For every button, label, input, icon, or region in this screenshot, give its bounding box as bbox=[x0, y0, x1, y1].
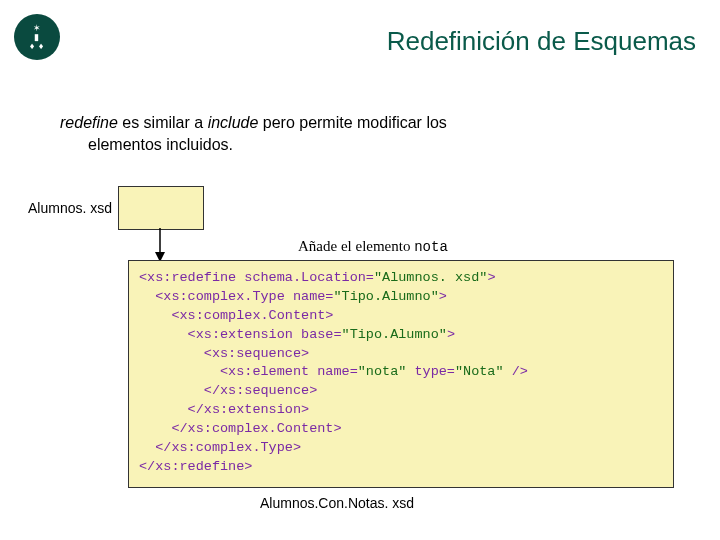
code-l2c: > bbox=[439, 289, 447, 304]
code-l4b: "Tipo.Alumno" bbox=[342, 327, 447, 342]
code-l11: </xs:redefine> bbox=[139, 459, 252, 474]
target-file-label: Alumnos.Con.Notas. xsd bbox=[260, 495, 414, 511]
annotation-text: Añade el elemento nota bbox=[298, 238, 448, 255]
code-l8: </xs:extension> bbox=[139, 402, 309, 417]
logo-glyph: ✶▮♦ ♦ bbox=[30, 24, 45, 51]
annotation-code: nota bbox=[414, 239, 448, 255]
code-l1a: <xs:redefine schema.Location= bbox=[139, 270, 374, 285]
code-l6b: "nota" bbox=[358, 364, 407, 379]
code-l2a: <xs:complex.Type name= bbox=[139, 289, 333, 304]
code-l4a: <xs:extension base= bbox=[139, 327, 342, 342]
code-l3: <xs:complex.Content> bbox=[139, 308, 333, 323]
code-l1b: "Alumnos. xsd" bbox=[374, 270, 487, 285]
intro-text-line2: elementos incluidos. bbox=[88, 134, 660, 156]
code-l2b: "Tipo.Alumno" bbox=[333, 289, 438, 304]
code-l6e: /> bbox=[504, 364, 528, 379]
intro-keyword-redefine: redefine bbox=[60, 114, 118, 131]
code-l6d: "Nota" bbox=[455, 364, 504, 379]
code-l5: <xs:sequence> bbox=[139, 346, 309, 361]
logo-badge: ✶▮♦ ♦ bbox=[14, 14, 60, 60]
code-l10: </xs:complex.Type> bbox=[139, 440, 301, 455]
code-l9: </xs:complex.Content> bbox=[139, 421, 342, 436]
intro-keyword-include: include bbox=[208, 114, 259, 131]
code-block: <xs:redefine schema.Location="Alumnos. x… bbox=[128, 260, 674, 488]
code-l1c: > bbox=[487, 270, 495, 285]
page-title: Redefinición de Esquemas bbox=[387, 26, 696, 57]
annotation-prefix: Añade el elemento bbox=[298, 238, 414, 254]
source-file-label: Alumnos. xsd bbox=[28, 200, 112, 216]
code-l6a: <xs:element name= bbox=[139, 364, 358, 379]
code-l4c: > bbox=[447, 327, 455, 342]
source-file-box bbox=[118, 186, 204, 230]
intro-text-seg2: pero permite modificar los bbox=[258, 114, 447, 131]
code-l7: </xs:sequence> bbox=[139, 383, 317, 398]
intro-text: redefine es similar a include pero permi… bbox=[60, 112, 660, 155]
intro-text-seg1: es similar a bbox=[118, 114, 208, 131]
code-l6c: type= bbox=[406, 364, 455, 379]
